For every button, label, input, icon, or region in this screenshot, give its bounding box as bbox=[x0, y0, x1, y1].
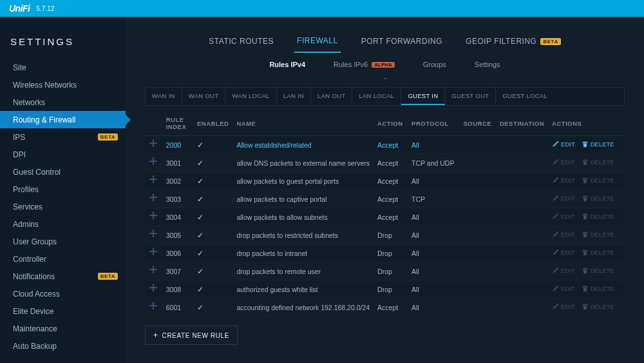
top-nav-tab[interactable]: PORT FORWARDING bbox=[359, 30, 445, 53]
col-destination[interactable]: DESTINATION bbox=[496, 111, 548, 136]
edit-button[interactable]: EDIT bbox=[552, 249, 575, 256]
delete-button[interactable]: DELETE bbox=[582, 303, 614, 310]
scope-tab[interactable]: LAN OUT bbox=[311, 88, 352, 105]
top-nav-tab[interactable]: STATIC ROUTES bbox=[206, 30, 276, 53]
beta-badge: BETA bbox=[98, 273, 118, 280]
scope-tab[interactable]: LAN LOCAL bbox=[352, 88, 401, 105]
scope-tab[interactable]: LAN IN bbox=[277, 88, 311, 105]
sidebar-item[interactable]: Profiles bbox=[0, 181, 126, 198]
delete-button[interactable]: DELETE bbox=[582, 267, 614, 274]
drag-icon[interactable] bbox=[149, 141, 158, 150]
sidebar-item[interactable]: Networks bbox=[0, 93, 126, 111]
sidebar-item-label: Wireless Networks bbox=[13, 81, 77, 90]
drag-icon[interactable] bbox=[149, 159, 158, 168]
sidebar-item[interactable]: Cloud Access bbox=[0, 285, 126, 302]
cell-source bbox=[460, 190, 496, 208]
drag-icon[interactable] bbox=[149, 213, 158, 222]
edit-button[interactable]: EDIT bbox=[552, 231, 575, 238]
table-row[interactable]: 3003✓allow packets to captive portalAcce… bbox=[145, 190, 625, 208]
delete-button[interactable]: DELETE bbox=[582, 195, 614, 202]
sidebar-item[interactable]: Wireless Networks bbox=[0, 76, 126, 93]
chevron-down-icon[interactable]: ⌄ bbox=[145, 74, 625, 81]
drag-icon[interactable] bbox=[149, 177, 158, 186]
table-row[interactable]: 3005✓drop packets to restricted subnetsD… bbox=[145, 226, 625, 244]
scope-tab[interactable]: GUEST LOCAL bbox=[496, 88, 554, 105]
sidebar-item-label: User Groups bbox=[13, 237, 57, 246]
table-row[interactable]: 2000✓Allow established/relatedAcceptAllE… bbox=[145, 136, 625, 154]
col-index[interactable]: RULE INDEX bbox=[162, 111, 193, 136]
cell-destination bbox=[496, 136, 548, 154]
table-row[interactable]: 3007✓drop packets to remote userDropAllE… bbox=[145, 262, 625, 280]
drag-icon[interactable] bbox=[149, 249, 158, 259]
sub-nav-item[interactable]: Rules IPv4 bbox=[268, 58, 307, 71]
table-row[interactable]: 3004✓allow packets to allow subnetsAccep… bbox=[145, 208, 625, 226]
cell-protocol: TCP and UDP bbox=[408, 154, 459, 172]
sidebar-item[interactable]: Site bbox=[0, 59, 126, 76]
delete-button[interactable]: DELETE bbox=[582, 159, 614, 166]
drag-icon[interactable] bbox=[149, 303, 158, 313]
sub-nav-item[interactable]: Settings bbox=[473, 58, 502, 71]
scope-tab[interactable]: WAN OUT bbox=[182, 88, 226, 105]
scope-tab[interactable]: GUEST IN bbox=[401, 88, 445, 105]
col-source[interactable]: SOURCE bbox=[460, 111, 496, 136]
drag-icon[interactable] bbox=[149, 285, 158, 295]
sidebar-item[interactable]: NotificationsBETA bbox=[0, 268, 126, 285]
delete-button[interactable]: DELETE bbox=[582, 213, 614, 220]
scope-tab[interactable]: GUEST OUT bbox=[445, 88, 496, 105]
col-protocol[interactable]: PROTOCOL bbox=[408, 111, 459, 136]
table-row[interactable]: 3006✓drop packets to intranetDropAllEDIT… bbox=[145, 244, 625, 262]
edit-button[interactable]: EDIT bbox=[552, 195, 575, 202]
col-drag bbox=[145, 111, 162, 136]
edit-button[interactable]: EDIT bbox=[552, 159, 575, 166]
scope-tab[interactable]: WAN LOCAL bbox=[225, 88, 276, 105]
sidebar-item[interactable]: Auto Backup bbox=[0, 337, 126, 355]
sidebar-item[interactable]: DPI bbox=[0, 146, 126, 163]
edit-button[interactable]: EDIT bbox=[552, 303, 575, 310]
sub-nav-item[interactable]: Groups bbox=[422, 58, 448, 71]
scope-tab[interactable]: WAN IN bbox=[146, 88, 182, 105]
sidebar-item[interactable]: Services bbox=[0, 198, 126, 215]
col-action[interactable]: ACTION bbox=[374, 111, 408, 136]
alpha-badge: ALPHA bbox=[372, 62, 395, 68]
edit-button[interactable]: EDIT bbox=[552, 141, 575, 148]
sidebar-item[interactable]: Controller bbox=[0, 250, 126, 268]
sidebar-item[interactable]: Guest Control bbox=[0, 163, 126, 181]
col-enabled[interactable]: ENABLED bbox=[193, 111, 232, 136]
sidebar-item[interactable]: Routing & Firewall bbox=[0, 111, 126, 128]
sidebar-item[interactable]: IPSBETA bbox=[0, 128, 126, 146]
edit-button[interactable]: EDIT bbox=[552, 177, 575, 184]
delete-button[interactable]: DELETE bbox=[582, 231, 614, 238]
edit-button[interactable]: EDIT bbox=[552, 285, 575, 292]
sidebar-item[interactable]: Admins bbox=[0, 215, 126, 233]
sidebar-item-label: Site bbox=[13, 63, 26, 72]
delete-button[interactable]: DELETE bbox=[582, 285, 614, 292]
table-row[interactable]: 3001✓allow DNS packets to external name … bbox=[145, 154, 625, 172]
sub-nav-item-label: Groups bbox=[423, 61, 446, 68]
top-nav-tab[interactable]: FIREWALL bbox=[294, 30, 341, 53]
sidebar-item[interactable]: Maintenance bbox=[0, 320, 126, 337]
table-row[interactable]: 3008✓authorized guests white listDropAll… bbox=[145, 280, 625, 299]
delete-label: DELETE bbox=[591, 213, 614, 220]
top-nav-tab[interactable]: GEOIP FILTERINGBETA bbox=[463, 30, 564, 53]
delete-button[interactable]: DELETE bbox=[582, 141, 614, 148]
check-icon: ✓ bbox=[197, 213, 204, 222]
drag-icon[interactable] bbox=[149, 195, 158, 204]
drag-icon[interactable] bbox=[149, 231, 158, 240]
sidebar-item[interactable]: User Groups bbox=[0, 233, 126, 250]
delete-button[interactable]: DELETE bbox=[582, 249, 614, 256]
sub-nav-item[interactable]: Rules IPv6ALPHA bbox=[332, 58, 396, 71]
sidebar-item-label: Guest Control bbox=[13, 168, 61, 177]
drag-icon[interactable] bbox=[149, 267, 158, 277]
table-row[interactable]: 6001✓accounting defined network 192.168.… bbox=[145, 299, 625, 317]
edit-button[interactable]: EDIT bbox=[552, 213, 575, 220]
delete-button[interactable]: DELETE bbox=[582, 177, 614, 184]
table-row[interactable]: 3002✓allow packets to guest portal ports… bbox=[145, 172, 625, 190]
cell-index: 6001 bbox=[162, 299, 193, 317]
edit-button[interactable]: EDIT bbox=[552, 267, 575, 274]
sub-nav-item-label: Rules IPv4 bbox=[269, 61, 305, 68]
create-rule-button[interactable]: + CREATE NEW RULE bbox=[145, 326, 238, 345]
main-panel: STATIC ROUTESFIREWALLPORT FORWARDINGGEOI… bbox=[126, 17, 644, 363]
sidebar-item[interactable]: Elite Device bbox=[0, 302, 126, 320]
delete-label: DELETE bbox=[591, 303, 614, 310]
col-name[interactable]: NAME bbox=[232, 111, 374, 136]
